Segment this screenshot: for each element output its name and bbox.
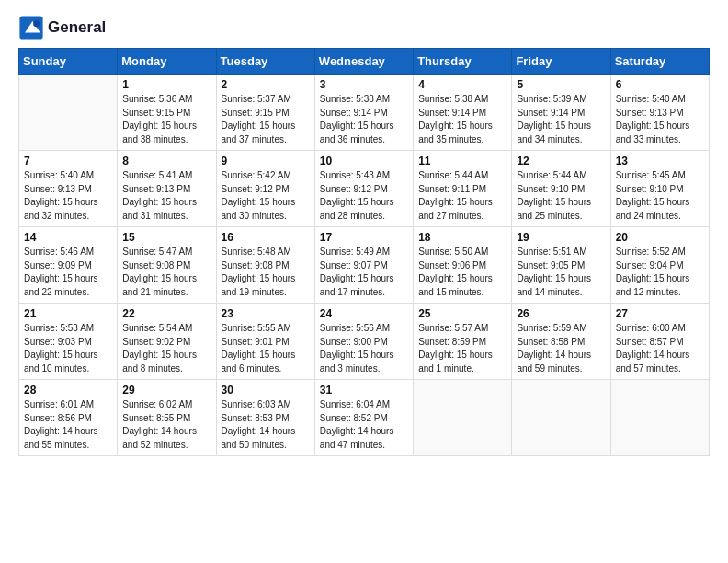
calendar-day-cell: 9Sunrise: 5:42 AM Sunset: 9:12 PM Daylig… (216, 151, 314, 227)
day-info: Sunrise: 5:56 AM Sunset: 9:00 PM Dayligh… (320, 322, 408, 375)
calendar-day-cell: 7Sunrise: 5:40 AM Sunset: 9:13 PM Daylig… (19, 151, 118, 227)
calendar-day-cell (414, 380, 512, 456)
calendar-day-cell: 19Sunrise: 5:51 AM Sunset: 9:05 PM Dayli… (512, 227, 610, 304)
day-info: Sunrise: 5:49 AM Sunset: 9:07 PM Dayligh… (320, 246, 408, 299)
day-info: Sunrise: 5:40 AM Sunset: 9:13 PM Dayligh… (616, 93, 704, 146)
calendar-day-cell: 25Sunrise: 5:57 AM Sunset: 8:59 PM Dayli… (414, 304, 512, 380)
calendar-day-cell: 20Sunrise: 5:52 AM Sunset: 9:04 PM Dayli… (610, 227, 709, 304)
day-info: Sunrise: 5:54 AM Sunset: 9:02 PM Dayligh… (122, 322, 210, 375)
day-number: 17 (320, 231, 408, 244)
calendar-day-cell: 1Sunrise: 5:36 AM Sunset: 9:15 PM Daylig… (118, 75, 216, 151)
day-info: Sunrise: 6:04 AM Sunset: 8:52 PM Dayligh… (320, 398, 408, 452)
day-info: Sunrise: 6:02 AM Sunset: 8:55 PM Dayligh… (122, 398, 210, 452)
day-number: 31 (320, 384, 408, 396)
day-number: 2 (222, 78, 310, 91)
calendar-day-cell: 28Sunrise: 6:01 AM Sunset: 8:56 PM Dayli… (19, 380, 118, 456)
day-number: 12 (517, 155, 605, 167)
calendar-day-cell: 29Sunrise: 6:02 AM Sunset: 8:55 PM Dayli… (118, 380, 216, 456)
day-number: 23 (222, 307, 310, 320)
day-info: Sunrise: 5:37 AM Sunset: 9:15 PM Dayligh… (222, 93, 310, 146)
day-info: Sunrise: 6:00 AM Sunset: 8:57 PM Dayligh… (616, 322, 704, 375)
day-number: 8 (122, 155, 210, 167)
page-header: General (18, 15, 710, 40)
day-info: Sunrise: 5:44 AM Sunset: 9:11 PM Dayligh… (418, 169, 506, 223)
calendar-day-cell: 6Sunrise: 5:40 AM Sunset: 9:13 PM Daylig… (610, 75, 709, 151)
day-number: 28 (24, 384, 112, 396)
calendar-day-cell: 8Sunrise: 5:41 AM Sunset: 9:13 PM Daylig… (118, 151, 216, 227)
calendar-day-cell: 18Sunrise: 5:50 AM Sunset: 9:06 PM Dayli… (414, 227, 512, 304)
day-info: Sunrise: 5:45 AM Sunset: 9:10 PM Dayligh… (616, 169, 704, 223)
calendar-day-cell: 23Sunrise: 5:55 AM Sunset: 9:01 PM Dayli… (216, 304, 314, 380)
calendar-table: SundayMondayTuesdayWednesdayThursdayFrid… (18, 48, 710, 456)
weekday-header-saturday: Saturday (610, 49, 709, 75)
weekday-header-row: SundayMondayTuesdayWednesdayThursdayFrid… (19, 49, 710, 75)
calendar-day-cell: 11Sunrise: 5:44 AM Sunset: 9:11 PM Dayli… (414, 151, 512, 227)
day-number: 9 (222, 155, 310, 167)
calendar-day-cell: 26Sunrise: 5:59 AM Sunset: 8:58 PM Dayli… (512, 304, 610, 380)
day-number: 13 (616, 155, 704, 167)
day-number: 25 (418, 307, 506, 320)
weekday-header-wednesday: Wednesday (314, 49, 413, 75)
calendar-day-cell (19, 75, 118, 151)
calendar-day-cell: 15Sunrise: 5:47 AM Sunset: 9:08 PM Dayli… (118, 227, 216, 304)
day-number: 4 (418, 78, 506, 91)
day-number: 15 (122, 231, 210, 244)
svg-point-2 (33, 20, 40, 27)
day-info: Sunrise: 6:01 AM Sunset: 8:56 PM Dayligh… (24, 398, 112, 452)
day-info: Sunrise: 6:03 AM Sunset: 8:53 PM Dayligh… (222, 398, 310, 452)
day-info: Sunrise: 5:39 AM Sunset: 9:14 PM Dayligh… (517, 93, 605, 146)
day-info: Sunrise: 5:43 AM Sunset: 9:12 PM Dayligh… (320, 169, 408, 223)
day-info: Sunrise: 5:48 AM Sunset: 9:08 PM Dayligh… (222, 246, 310, 299)
calendar-week-5: 28Sunrise: 6:01 AM Sunset: 8:56 PM Dayli… (19, 380, 710, 456)
calendar-day-cell: 21Sunrise: 5:53 AM Sunset: 9:03 PM Dayli… (19, 304, 118, 380)
day-info: Sunrise: 5:46 AM Sunset: 9:09 PM Dayligh… (24, 246, 112, 299)
day-info: Sunrise: 5:53 AM Sunset: 9:03 PM Dayligh… (24, 322, 112, 375)
calendar-week-4: 21Sunrise: 5:53 AM Sunset: 9:03 PM Dayli… (19, 304, 710, 380)
calendar-day-cell: 30Sunrise: 6:03 AM Sunset: 8:53 PM Dayli… (216, 380, 314, 456)
day-info: Sunrise: 5:57 AM Sunset: 8:59 PM Dayligh… (418, 322, 506, 375)
day-number: 27 (616, 307, 704, 320)
day-info: Sunrise: 5:50 AM Sunset: 9:06 PM Dayligh… (418, 246, 506, 299)
day-number: 18 (418, 231, 506, 244)
calendar-week-1: 1Sunrise: 5:36 AM Sunset: 9:15 PM Daylig… (19, 75, 710, 151)
logo-icon (18, 15, 44, 40)
calendar-day-cell (512, 380, 610, 456)
calendar-day-cell: 3Sunrise: 5:38 AM Sunset: 9:14 PM Daylig… (314, 75, 413, 151)
calendar-day-cell: 24Sunrise: 5:56 AM Sunset: 9:00 PM Dayli… (314, 304, 413, 380)
day-number: 3 (320, 78, 408, 91)
day-number: 30 (222, 384, 310, 396)
day-number: 19 (517, 231, 605, 244)
calendar-day-cell: 2Sunrise: 5:37 AM Sunset: 9:15 PM Daylig… (216, 75, 314, 151)
day-info: Sunrise: 5:55 AM Sunset: 9:01 PM Dayligh… (222, 322, 310, 375)
day-number: 11 (418, 155, 506, 167)
day-info: Sunrise: 5:51 AM Sunset: 9:05 PM Dayligh… (517, 246, 605, 299)
day-info: Sunrise: 5:38 AM Sunset: 9:14 PM Dayligh… (320, 93, 408, 146)
day-number: 5 (517, 78, 605, 91)
calendar-day-cell: 4Sunrise: 5:38 AM Sunset: 9:14 PM Daylig… (414, 75, 512, 151)
day-number: 20 (616, 231, 704, 244)
calendar-day-cell: 17Sunrise: 5:49 AM Sunset: 9:07 PM Dayli… (314, 227, 413, 304)
day-info: Sunrise: 5:42 AM Sunset: 9:12 PM Dayligh… (222, 169, 310, 223)
day-info: Sunrise: 5:47 AM Sunset: 9:08 PM Dayligh… (122, 246, 210, 299)
day-info: Sunrise: 5:38 AM Sunset: 9:14 PM Dayligh… (418, 93, 506, 146)
logo: General (18, 15, 106, 40)
weekday-header-monday: Monday (118, 49, 216, 75)
calendar-week-3: 14Sunrise: 5:46 AM Sunset: 9:09 PM Dayli… (19, 227, 710, 304)
day-info: Sunrise: 5:36 AM Sunset: 9:15 PM Dayligh… (122, 93, 210, 146)
weekday-header-friday: Friday (512, 49, 610, 75)
day-number: 26 (517, 307, 605, 320)
weekday-header-thursday: Thursday (414, 49, 512, 75)
day-number: 14 (24, 231, 112, 244)
day-number: 7 (24, 155, 112, 167)
calendar-day-cell: 12Sunrise: 5:44 AM Sunset: 9:10 PM Dayli… (512, 151, 610, 227)
logo-text: General (48, 18, 106, 37)
calendar-week-2: 7Sunrise: 5:40 AM Sunset: 9:13 PM Daylig… (19, 151, 710, 227)
day-number: 22 (122, 307, 210, 320)
day-number: 10 (320, 155, 408, 167)
day-info: Sunrise: 5:40 AM Sunset: 9:13 PM Dayligh… (24, 169, 112, 223)
calendar-day-cell: 31Sunrise: 6:04 AM Sunset: 8:52 PM Dayli… (314, 380, 413, 456)
day-number: 21 (24, 307, 112, 320)
calendar-day-cell: 14Sunrise: 5:46 AM Sunset: 9:09 PM Dayli… (19, 227, 118, 304)
day-info: Sunrise: 5:41 AM Sunset: 9:13 PM Dayligh… (122, 169, 210, 223)
day-number: 24 (320, 307, 408, 320)
